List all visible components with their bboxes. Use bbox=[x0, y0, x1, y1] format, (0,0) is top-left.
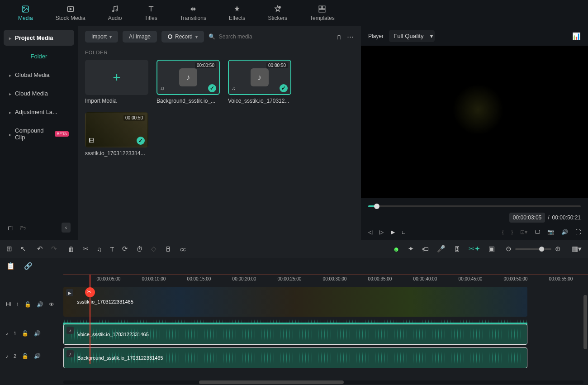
sidebar-cloud-media[interactable]: Cloud Media bbox=[4, 86, 74, 101]
preview-viewport[interactable] bbox=[361, 46, 588, 198]
horizontal-scrollbar[interactable] bbox=[63, 380, 583, 384]
cursor-icon[interactable]: ↖ bbox=[20, 245, 26, 253]
layout-icon[interactable]: ⊞ bbox=[6, 245, 12, 253]
media-item-background-audio[interactable]: 00:00:50♪♫ Background_ssstik.io_... bbox=[156, 60, 220, 104]
mute-icon[interactable]: 🔊 bbox=[34, 330, 41, 337]
undo-button[interactable]: ↶ bbox=[37, 245, 43, 253]
ruler-tick: 00:00:20:00 bbox=[232, 276, 256, 281]
lock-icon[interactable]: 🔓 bbox=[22, 353, 28, 359]
search-icon: 🔍 bbox=[209, 33, 215, 40]
ruler-tick: 00:00:35:00 bbox=[368, 276, 392, 281]
fullscreen-button[interactable]: ⛶ bbox=[575, 229, 581, 235]
media-item-name: Voice_ssstik.io_170312... bbox=[228, 98, 291, 104]
auto-cut-icon[interactable]: ✂✦ bbox=[469, 245, 480, 253]
prev-frame-button[interactable]: ◁ bbox=[368, 229, 372, 235]
snapshot-button[interactable]: 📷 bbox=[547, 229, 554, 235]
tab-titles[interactable]: Titles bbox=[144, 5, 157, 21]
tab-stock-media[interactable]: Stock Media bbox=[56, 5, 85, 21]
mic-icon[interactable]: 🎤 bbox=[437, 245, 446, 253]
current-time: 00:00:03:05 bbox=[509, 213, 545, 223]
folder-icon[interactable]: 🗁 bbox=[19, 224, 26, 232]
mark-out-button[interactable]: } bbox=[511, 229, 513, 235]
voice-audio-clip[interactable]: ♪ Voice_ssstik.io_1703122331465 bbox=[63, 324, 527, 345]
media-item-voice-audio[interactable]: 00:00:50♪♫ Voice_ssstik.io_170312... bbox=[228, 60, 291, 104]
mute-icon[interactable]: 🔊 bbox=[37, 301, 43, 308]
delete-button[interactable]: 🗑 bbox=[68, 245, 75, 253]
timeline-ruler[interactable]: 00:00:05:00 00:00:10:00 00:00:15:00 00:0… bbox=[63, 274, 588, 287]
import-button[interactable]: Import bbox=[85, 31, 118, 43]
split-button[interactable]: ✂ bbox=[83, 245, 89, 253]
background-audio-clip[interactable]: ♪ Background_ssstik.io_1703122331465 bbox=[63, 347, 527, 368]
lock-icon[interactable]: 🔓 bbox=[22, 330, 28, 337]
search-input[interactable] bbox=[219, 33, 300, 40]
tab-effects[interactable]: Effects bbox=[229, 5, 245, 21]
crop-button[interactable]: ⊡▾ bbox=[520, 229, 527, 235]
sidebar-global-media-label: Global Media bbox=[15, 71, 50, 78]
timer-icon[interactable]: ⏱ bbox=[136, 245, 143, 253]
timeline: 🎞1 🔓 🔊 👁 ♪1 🔓 🔊 ♪2 🔓 🔊 00:00:05:00 00:00… bbox=[0, 274, 588, 385]
record-button[interactable]: Record bbox=[161, 31, 204, 43]
zoom-out-button[interactable]: ⊖ bbox=[506, 245, 512, 253]
tab-media[interactable]: Media bbox=[18, 5, 33, 21]
redo-button[interactable]: ↷ bbox=[51, 245, 57, 253]
tab-transitions[interactable]: Transitions bbox=[180, 5, 206, 21]
filter-icon[interactable]: ⫛ bbox=[336, 33, 342, 41]
sidebar-folder-label: Folder bbox=[31, 53, 47, 60]
sidebar-project-media[interactable]: Project Media bbox=[4, 30, 74, 46]
video-track-1-head[interactable]: 🎞1 🔓 🔊 👁 bbox=[0, 287, 63, 322]
link-icon[interactable]: 🔗 bbox=[24, 262, 33, 270]
quality-select[interactable]: Full Quality bbox=[389, 30, 435, 42]
mixer-icon[interactable]: 🎛 bbox=[454, 245, 460, 253]
lock-icon[interactable]: 🔓 bbox=[24, 301, 31, 308]
audio-detach-icon[interactable]: ♫ bbox=[97, 245, 102, 253]
sidebar-global-media[interactable]: Global Media bbox=[4, 67, 74, 83]
play-button[interactable]: ▶ bbox=[391, 229, 395, 235]
ai-image-button[interactable]: AI Image bbox=[123, 31, 157, 43]
more-icon[interactable]: ⋯ bbox=[347, 33, 354, 41]
stop-button[interactable]: □ bbox=[402, 229, 405, 235]
mute-icon[interactable]: 🔊 bbox=[34, 353, 41, 359]
keyframe-icon[interactable]: ◇ bbox=[151, 245, 156, 253]
render-icon[interactable]: ▣ bbox=[488, 245, 495, 253]
zoom-slider[interactable] bbox=[515, 248, 551, 250]
ruler-tick: 00:00:25:00 bbox=[278, 276, 302, 281]
playhead[interactable] bbox=[90, 275, 90, 364]
sidebar-folder[interactable]: Folder bbox=[4, 48, 74, 64]
video-clip[interactable]: ▶ ssstik.io_1703122331465 bbox=[63, 287, 527, 317]
zoom-in-button[interactable]: ⊕ bbox=[555, 245, 561, 253]
timeline-tracks[interactable]: 00:00:05:00 00:00:10:00 00:00:15:00 00:0… bbox=[63, 274, 588, 385]
waveform-icon[interactable]: 📊 bbox=[572, 32, 581, 40]
folder-section-label: FOLDER bbox=[85, 50, 354, 55]
clipboard-icon[interactable]: 📋 bbox=[6, 262, 15, 270]
color-icon[interactable]: 🎚 bbox=[165, 245, 171, 253]
audio-track-1-head[interactable]: ♪1 🔓 🔊 bbox=[0, 322, 63, 345]
sidebar-compound-clip[interactable]: Compound ClipBETA bbox=[4, 123, 74, 145]
seek-bar[interactable] bbox=[368, 205, 581, 207]
ai-icon[interactable]: ☻ bbox=[393, 245, 400, 253]
new-folder-icon[interactable]: 🗀 bbox=[7, 224, 14, 232]
collapse-sidebar-button[interactable]: ‹ bbox=[62, 223, 71, 233]
vertical-scrollbar[interactable] bbox=[583, 295, 587, 349]
media-item-video[interactable]: 00:00:50🎞 ssstik.io_17031223314... bbox=[85, 112, 148, 157]
video-track-icon: 🎞 bbox=[5, 301, 11, 308]
marker-icon[interactable]: 🏷 bbox=[422, 245, 429, 253]
svg-rect-6 bbox=[319, 6, 322, 9]
tab-stickers[interactable]: Stickers bbox=[268, 5, 287, 21]
display-button[interactable]: 🖵 bbox=[535, 229, 540, 235]
audio-track-2-head[interactable]: ♪2 🔓 🔊 bbox=[0, 345, 63, 367]
tab-templates[interactable]: Templates bbox=[310, 5, 335, 21]
subtitle-icon[interactable]: ㏄ bbox=[180, 245, 186, 253]
enhance-icon[interactable]: ✦ bbox=[408, 245, 414, 253]
visibility-icon[interactable]: 👁 bbox=[49, 301, 54, 308]
tab-audio[interactable]: Audio bbox=[108, 5, 122, 21]
volume-button[interactable]: 🔊 bbox=[561, 229, 568, 235]
speed-icon[interactable]: ⟳ bbox=[122, 245, 128, 253]
play-pause-button[interactable]: ▷ bbox=[379, 229, 384, 235]
ruler-tick: 00:00:05:00 bbox=[97, 276, 121, 281]
sidebar-adjustment-layer[interactable]: Adjustment La... bbox=[4, 104, 74, 120]
mark-in-button[interactable]: { bbox=[502, 229, 504, 235]
import-media-item[interactable]: + Import Media bbox=[85, 60, 148, 104]
track-view-icon[interactable]: ▦▾ bbox=[572, 245, 582, 253]
music-icon bbox=[111, 5, 119, 13]
text-tool-icon[interactable]: T bbox=[110, 245, 114, 253]
